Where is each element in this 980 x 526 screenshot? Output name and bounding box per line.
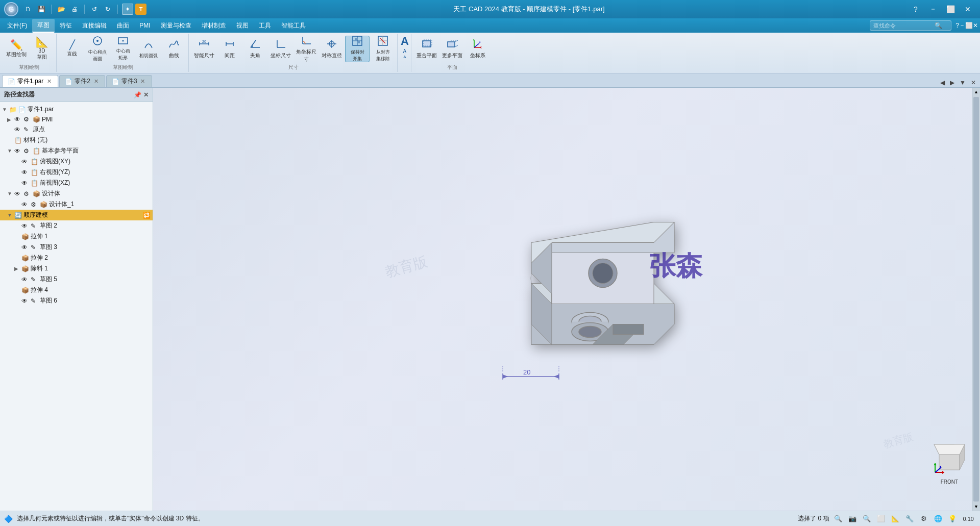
tree-item-sketch2[interactable]: 👁 ✎ 草图 2 (0, 220, 153, 231)
sketch2-eye-icon: 👁 (21, 222, 30, 230)
close-btn[interactable]: ✕ (960, 2, 976, 16)
menu-direct-edit[interactable]: 直接编辑 (77, 19, 112, 32)
snap-btn[interactable]: 🔍 (832, 513, 844, 524)
menu-measure[interactable]: 测量与检查 (156, 19, 197, 32)
tab-prev-btn[interactable]: ◀ (938, 78, 947, 87)
new-btn[interactable]: 🗋 (22, 4, 34, 15)
keep-align-btn[interactable]: 保持对齐集 (345, 36, 370, 62)
tools-btn[interactable]: 🔧 (904, 513, 915, 524)
tree-item-material[interactable]: 📋 材料 (无) (0, 135, 153, 145)
help-btn[interactable]: ? (908, 2, 924, 16)
coord-dim-btn[interactable]: 坐标尺寸 (268, 36, 293, 62)
tab-part2[interactable]: 📄 零件2 ✕ (59, 75, 105, 87)
measure2-btn[interactable]: 📐 (890, 513, 901, 524)
sidebar-close-btn[interactable]: ✕ (143, 91, 149, 98)
remove-align-btn[interactable]: 从对齐集移除 (371, 36, 395, 62)
3d-sketch-btn[interactable]: 📐 3D草图 (30, 36, 54, 62)
view-cube[interactable]: FRONT (929, 439, 970, 480)
vertical-scrollbar[interactable]: ▲ ▼ (972, 88, 980, 511)
coords-display: 0.10 (961, 516, 976, 522)
tab-next-btn[interactable]: ▶ (948, 78, 957, 87)
more-plane-btn[interactable]: 更多平面 (440, 36, 464, 62)
menu-close-btn[interactable]: ✕ (973, 22, 978, 29)
menu-additive[interactable]: 增材制造 (197, 19, 231, 32)
light-btn[interactable]: 💡 (947, 513, 958, 524)
tree-item-rightview[interactable]: 👁 📋 右视图(YZ) (0, 167, 153, 178)
scroll-thumb[interactable] (973, 97, 979, 502)
tab-part1[interactable]: 📄 零件1.par ✕ (2, 75, 58, 87)
menu-sketch[interactable]: 草图 (32, 19, 55, 33)
spacing-label: 间距 (225, 52, 235, 59)
save-btn[interactable]: 💾 (36, 4, 47, 15)
undo-btn[interactable]: ↺ (89, 4, 100, 15)
scroll-down-btn[interactable]: ▼ (972, 503, 980, 511)
line-btn[interactable]: ╱ 直线 (60, 36, 84, 62)
tab-part2-close[interactable]: ✕ (92, 78, 100, 85)
view-btn[interactable]: 📷 (847, 513, 858, 524)
coincident-plane-btn[interactable]: 重合平面 (414, 36, 439, 62)
tree-item-baseplanes[interactable]: ▼ 👁 ⚙ 📋 基本参考平面 (0, 145, 153, 156)
sidebar-pin-btn[interactable]: 📌 (134, 91, 141, 98)
menu-tools[interactable]: 工具 (254, 19, 276, 32)
circle-btn[interactable]: 中心和点画圆 (85, 36, 110, 62)
tree-item-subtract1[interactable]: ▶ 📦 除料 1 (0, 263, 153, 274)
tree-item-sketch6[interactable]: 👁 ✎ 草图 6 (0, 295, 153, 306)
spacing-btn[interactable]: 间距 (217, 36, 242, 62)
smart-dim-btn[interactable]: 20 智能尺寸 (192, 36, 216, 62)
command-search[interactable]: 🔍 (870, 20, 951, 31)
menu-feature[interactable]: 特征 (55, 19, 77, 32)
angle-btn[interactable]: 夹角 (243, 36, 267, 62)
curve-btn[interactable]: 曲线 (162, 36, 186, 62)
menu-file[interactable]: 文件(F) (2, 19, 32, 32)
tree-item-designbody[interactable]: ▼ 👁 ⚙ 📦 设计体 (0, 188, 153, 199)
menu-pmi[interactable]: PMI (134, 20, 155, 31)
root-folder-icon: 📁 (9, 106, 17, 113)
rect-btn[interactable]: 中心画矩形 (111, 36, 135, 62)
tree-item-extrude4[interactable]: 📦 拉伸 4 (0, 285, 153, 295)
scroll-up-btn[interactable]: ▲ (972, 88, 980, 96)
globe-btn[interactable]: 🌐 (933, 513, 944, 524)
minimize-btn[interactable]: － (925, 2, 941, 16)
tree-item-root[interactable]: ▼ 📁 📄 零件1.par (0, 104, 153, 115)
menu-maximize-btn[interactable]: ⬜ (965, 22, 973, 29)
tree-item-sketch5[interactable]: 👁 ✎ 草图 5 (0, 274, 153, 285)
menu-smart[interactable]: 智能工具 (276, 19, 311, 32)
restore-btn[interactable]: ⬜ (942, 2, 959, 16)
tab-menu-btn[interactable]: ▼ (958, 78, 968, 87)
search-input[interactable] (873, 22, 935, 29)
tree-item-extrude1[interactable]: 📦 拉伸 1 (0, 231, 153, 242)
tab-part3-close[interactable]: ✕ (139, 78, 146, 85)
svg-rect-24 (358, 41, 360, 43)
tree-item-pmi[interactable]: ▶ 👁 ⚙ 📦 PMI (0, 115, 153, 124)
tree-item-designbody1[interactable]: 👁 ⚙ 📦 设计体_1 (0, 199, 153, 210)
menu-help-btn[interactable]: ? (955, 22, 959, 29)
print-btn[interactable]: 🖨 (69, 4, 80, 15)
tree-item-extrude2[interactable]: 📦 拉伸 2 (0, 253, 153, 263)
sym-dia-btn[interactable]: 对称直径 (320, 36, 344, 62)
tree-item-frontview[interactable]: 👁 📋 前视图(XZ) (0, 178, 153, 188)
open-btn[interactable]: 📂 (56, 4, 67, 15)
tab-part3[interactable]: 📄 零件3 ✕ (106, 75, 152, 87)
toolbar-group-dim: 20 智能尺寸 间距 夹角 坐标尺寸 (190, 34, 398, 72)
tree-item-origin[interactable]: 👁 ✎ 原点 (0, 124, 153, 135)
tree-item-topview[interactable]: 👁 📋 俯视图(XY) (0, 156, 153, 167)
settings-btn[interactable]: ⚙ (918, 513, 929, 524)
menu-surface[interactable]: 曲面 (112, 19, 134, 32)
mode-btn[interactable]: T (135, 4, 146, 15)
sketch-draw-btn[interactable]: ✏️ 草图绘制 (4, 36, 29, 62)
tree-item-sketch3[interactable]: 👁 ✎ 草图 3 (0, 242, 153, 253)
arc-btn[interactable]: 相切圆弧 (136, 36, 161, 62)
tree-item-sequential[interactable]: ▼ 🔄 顺序建模 🔁 (0, 210, 153, 220)
redo-btn[interactable]: ↻ (102, 4, 113, 15)
remove-align-icon (377, 35, 388, 48)
menu-minimize-btn[interactable]: － (959, 21, 965, 30)
tab-close-all-btn[interactable]: ✕ (969, 78, 978, 87)
coord-system-btn[interactable]: XYZ 坐标系 (465, 36, 490, 62)
select-btn[interactable]: ✦ (122, 4, 133, 15)
display-btn[interactable]: ⬜ (875, 513, 887, 524)
viewport[interactable]: 教育版 教育版 (153, 88, 980, 511)
zoom-btn[interactable]: 🔍 (861, 513, 872, 524)
angle-coord-btn[interactable]: 角坐标尺寸 (294, 36, 318, 62)
tab-part1-close[interactable]: ✕ (45, 78, 53, 85)
menu-view[interactable]: 视图 (231, 19, 254, 32)
